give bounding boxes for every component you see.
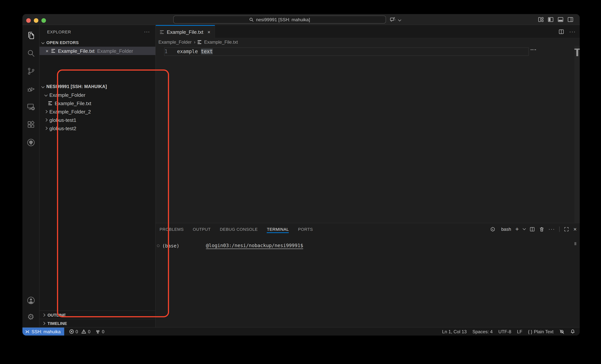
settings-gear-icon[interactable]: ⚙ (22, 309, 39, 327)
timeline-label: TIMELINE (48, 321, 67, 326)
language-mode[interactable]: { } Plain Text (528, 329, 553, 334)
chevron-down-icon (41, 85, 45, 88)
tree-item-label: Example_File.txt (55, 100, 91, 106)
terminal-viewport[interactable]: (base) @login03:/nesi/nobackup/nesi99991… (156, 235, 580, 327)
warning-icon (81, 329, 86, 334)
macos-close-button[interactable] (26, 18, 31, 23)
code-selected-text: text (201, 48, 213, 54)
terminal-conda-env: (base) (162, 243, 179, 249)
error-count: 0 (75, 329, 78, 334)
macos-zoom-button[interactable] (41, 18, 46, 23)
copilot-disabled-icon[interactable] (559, 329, 564, 334)
file-icon (160, 30, 164, 34)
sidebar-more-actions-icon[interactable]: ··· (144, 29, 150, 35)
chevron-right-icon (44, 118, 48, 122)
editor-tab-strip: Example_File.txt × ··· (156, 25, 580, 38)
ports-status[interactable]: 0 (95, 329, 104, 334)
customize-layout-icon[interactable] (538, 16, 544, 23)
tab-problems[interactable]: PROBLEMS (160, 223, 184, 235)
shell-name-label[interactable]: bash (501, 226, 511, 232)
code-text: example (177, 48, 201, 54)
chevron-right-icon (42, 322, 45, 325)
editor-tab-active[interactable]: Example_File.txt × (156, 25, 215, 38)
tree-item-label: Example_Folder (49, 92, 85, 98)
close-panel-icon[interactable]: × (573, 226, 577, 232)
terminal-prompt-path: @login03:/nesi/nobackup/nesi99991$ (206, 242, 303, 249)
notifications-bell-icon[interactable] (570, 329, 575, 334)
maximize-panel-icon[interactable] (564, 226, 569, 232)
warning-count: 0 (88, 329, 90, 334)
status-bar-right: Ln 1, Col 13 Spaces: 4 UTF-8 LF { } Plai… (442, 329, 580, 334)
editor-more-actions-icon[interactable]: ··· (569, 29, 576, 35)
error-icon (69, 329, 74, 334)
tree-item-folder[interactable]: Example_Folder_2 (40, 107, 155, 116)
activity-run-debug-icon[interactable] (22, 80, 39, 98)
terminal-scrollbar-thumb[interactable] (574, 242, 576, 245)
tree-item-folder[interactable]: Example_Folder (40, 91, 155, 99)
tab-terminal[interactable]: TERMINAL (267, 223, 289, 235)
open-editor-item[interactable]: × Example_File.txt Example_Folder (40, 47, 155, 55)
breadcrumb-file[interactable]: Example_File.txt (204, 39, 238, 45)
split-terminal-icon[interactable] (529, 226, 535, 232)
open-editors-section-header[interactable]: OPEN EDITORS (40, 38, 155, 47)
tree-item-folder[interactable]: globus-test1 (40, 116, 155, 124)
timeline-section-header[interactable]: TIMELINE (40, 319, 155, 327)
split-editor-icon[interactable] (558, 29, 564, 35)
terminal-more-actions-icon[interactable]: ··· (548, 226, 555, 232)
overview-ruler-slider (576, 49, 578, 56)
command-center-text: nesi99991 [SSH: mahuika] (256, 17, 310, 22)
command-center-search[interactable]: nesi99991 [SSH: mahuika] (173, 16, 386, 24)
file-icon (48, 101, 52, 105)
open-editors-label: OPEN EDITORS (46, 40, 79, 45)
tab-label: Example_File.txt (167, 29, 203, 35)
terminal-prompt-line: (base) @login03:/nesi/nobackup/nesi99991… (157, 242, 303, 249)
terminal-dropdown-chevron-icon[interactable] (522, 227, 526, 230)
activity-search-icon[interactable] (22, 44, 39, 62)
accounts-icon[interactable] (22, 291, 39, 309)
problems-status[interactable]: 0 0 (69, 329, 90, 334)
activity-extensions-icon[interactable] (22, 116, 39, 134)
copilot-chat-icon[interactable] (389, 16, 396, 23)
tree-item-label: globus-test2 (49, 125, 76, 131)
chevron-down-icon (44, 93, 48, 96)
toggle-primary-sidebar-icon[interactable] (547, 16, 554, 23)
editor-overview-ruler[interactable] (574, 46, 580, 223)
bottom-panel: PROBLEMS OUTPUT DEBUG CONSOLE TERMINAL P… (156, 223, 580, 327)
toggle-secondary-sidebar-icon[interactable] (567, 16, 574, 23)
outline-section-header[interactable]: OUTLINE (40, 310, 155, 319)
tab-ports[interactable]: PORTS (298, 223, 313, 235)
remote-indicator[interactable]: SSH: mahuika (22, 327, 64, 335)
activity-source-control-icon[interactable] (22, 62, 39, 80)
tree-root-workspace[interactable]: NESI99991 [SSH: MAHUIKA] (40, 82, 155, 91)
cursor-position[interactable]: Ln 1, Col 13 (442, 329, 467, 334)
command-decoration-icon[interactable] (157, 244, 160, 247)
sidebar-header: EXPLORER ··· (40, 25, 155, 38)
tree-item-folder[interactable]: globus-test2 (40, 124, 155, 133)
sidebar-bottom-sections: OUTLINE TIMELINE (40, 310, 155, 327)
tab-output[interactable]: OUTPUT (193, 223, 211, 235)
activity-explorer-icon[interactable] (22, 27, 39, 44)
code-line[interactable]: example text (177, 48, 213, 56)
kill-terminal-trash-icon[interactable] (539, 226, 544, 232)
macos-minimize-button[interactable] (34, 18, 38, 23)
activity-remote-explorer-icon[interactable] (22, 98, 39, 116)
copilot-chevron-down-icon[interactable] (398, 18, 401, 21)
breadcrumb-separator: › (194, 39, 195, 45)
terminal-toolbar: bash + ··· × (490, 223, 577, 235)
tab-debug-console[interactable]: DEBUG CONSOLE (220, 223, 258, 235)
breadcrumb-folder[interactable]: Example_Folder (158, 39, 192, 45)
close-icon[interactable]: × (46, 48, 49, 53)
tab-close-icon[interactable]: × (207, 29, 210, 35)
activity-github-icon[interactable] (22, 134, 39, 152)
tree-item-file[interactable]: Example_File.txt (40, 99, 155, 107)
editor-content[interactable]: 1 example text (156, 46, 580, 223)
eol-status[interactable]: LF (517, 329, 522, 334)
indentation-status[interactable]: Spaces: 4 (472, 329, 493, 334)
encoding-status[interactable]: UTF-8 (498, 329, 511, 334)
chevron-right-icon (44, 110, 48, 113)
toggle-panel-icon[interactable] (557, 16, 564, 23)
new-terminal-icon[interactable]: + (515, 226, 519, 232)
tree-item-label: Example_Folder_2 (49, 109, 91, 115)
bash-shell-icon (490, 226, 496, 232)
open-editor-folder-label: Example_Folder (97, 48, 133, 54)
